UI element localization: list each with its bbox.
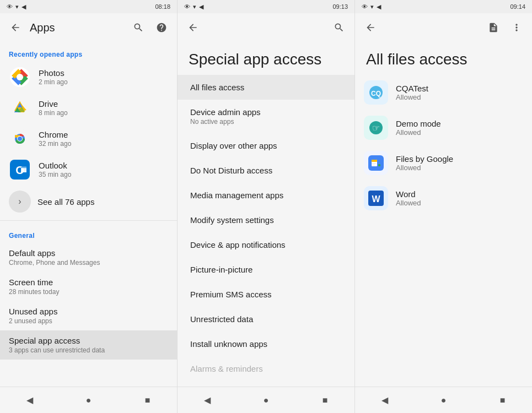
status-bar-2: 👁 ▾ ◀ 09:13 [178, 0, 354, 13]
access-install-unknown[interactable]: Install unknown apps [178, 332, 354, 356]
access-device-notifications[interactable]: Device & app notifications [178, 232, 354, 257]
more-button-3[interactable] [508, 19, 525, 36]
app-demo[interactable]: ☞ Demo mode Allowed [355, 110, 532, 145]
svg-point-1 [17, 74, 23, 80]
files-google-name: Files by Google [396, 154, 523, 164]
info-button-3[interactable] [485, 19, 502, 36]
access-title-0: All files access [190, 83, 343, 92]
status-time-1: 08:18 [155, 3, 170, 10]
word-status: Allowed [396, 199, 523, 207]
back-button-3[interactable] [362, 19, 379, 36]
default-apps-title: Default apps [9, 248, 168, 258]
access-title-9: Unrestricted data [190, 314, 343, 324]
app-name-photos: Photos [39, 68, 168, 78]
back-nav-2[interactable]: ◀ [196, 389, 218, 411]
svg-rect-26 [372, 163, 376, 164]
svg-rect-27 [372, 165, 375, 166]
home-nav-3[interactable]: ● [433, 389, 455, 411]
status-wifi-2: ▾ [193, 3, 196, 10]
app-time-photos: 2 min ago [39, 78, 168, 86]
home-nav-2[interactable]: ● [255, 389, 277, 411]
recents-nav-1[interactable]: ■ [137, 389, 159, 411]
access-display-over[interactable]: Display over other apps [178, 133, 354, 158]
app-word[interactable]: W Word Allowed [355, 181, 532, 216]
demo-icon: ☞ [364, 116, 388, 140]
access-title-7: Picture-in-picture [190, 265, 343, 274]
drive-icon [9, 97, 31, 119]
status-bar-3: 👁 ▾ ◀ 09:14 [355, 0, 532, 13]
access-title-1: Device admin apps [190, 107, 343, 117]
app-item-chrome[interactable]: Chrome 32 min ago [0, 123, 177, 154]
access-pip[interactable]: Picture-in-picture [178, 257, 354, 282]
status-wifi-icon: ◀ [22, 3, 26, 10]
nav-bar-2: ◀ ● ■ [178, 387, 354, 413]
app-name-drive: Drive [39, 99, 168, 108]
unused-apps-subtitle: 2 unused apps [9, 317, 168, 325]
demo-status: Allowed [396, 128, 523, 137]
app-item-photos[interactable]: Photos 2 min ago [0, 62, 177, 93]
app-item-drive[interactable]: Drive 8 min ago [0, 93, 177, 123]
app-item-outlook[interactable]: O Outlook 35 min ago [0, 154, 177, 185]
files-google-icon [364, 151, 388, 175]
svg-rect-17 [21, 167, 26, 168]
back-button-2[interactable] [184, 19, 202, 36]
access-alarms[interactable]: Alarms & reminders [178, 356, 354, 381]
status-time-2: 09:13 [332, 3, 348, 10]
screen-time-title: Screen time [9, 278, 168, 287]
app-files-google[interactable]: Files by Google Allowed [355, 145, 532, 181]
access-title-10: Install unknown apps [190, 339, 343, 349]
status-time-3: 09:14 [510, 3, 525, 10]
access-premium-sms[interactable]: Premium SMS access [178, 282, 354, 307]
status-signal-icon: ▾ [15, 3, 19, 10]
recents-nav-2[interactable]: ■ [314, 389, 336, 411]
panel3-scroll: CQ CQATest Allowed ☞ Demo mode Allowed [355, 75, 532, 387]
access-modify-system[interactable]: Modify system settings [178, 208, 354, 232]
all-files-title: All files access [355, 42, 532, 75]
app-cqa[interactable]: CQ CQATest Allowed [355, 75, 532, 110]
back-button-1[interactable] [7, 19, 24, 36]
access-title-3: Do Not Disturb access [190, 166, 343, 175]
see-all-apps[interactable]: › See all 76 apps [0, 185, 177, 218]
svg-text:☞: ☞ [372, 123, 380, 133]
search-button-2[interactable] [330, 19, 348, 36]
general-label: General [0, 223, 177, 243]
panel-all-files-access: 👁 ▾ ◀ 09:14 All files access CQ [355, 0, 532, 413]
access-dnd[interactable]: Do Not Disturb access [178, 158, 354, 183]
svg-rect-24 [372, 160, 377, 162]
nav-bar-3: ◀ ● ■ [355, 387, 532, 413]
see-all-label: See all 76 apps [37, 197, 94, 206]
home-nav-1[interactable]: ● [78, 389, 100, 411]
access-sub-1: No active apps [190, 118, 343, 126]
toolbar-3 [355, 13, 532, 42]
recents-nav-3[interactable]: ■ [492, 389, 514, 411]
demo-name: Demo mode [396, 119, 523, 128]
page-title-1: Apps [30, 21, 124, 34]
access-device-admin[interactable]: Device admin apps No active apps [178, 100, 354, 133]
special-app-access-item[interactable]: Special app access 3 apps can use unrest… [0, 330, 177, 360]
svg-rect-25 [378, 164, 380, 166]
cqa-name: CQATest [396, 84, 523, 93]
app-time-drive: 8 min ago [39, 109, 168, 117]
help-button-1[interactable] [153, 19, 170, 36]
default-apps-item[interactable]: Default apps Chrome, Phone and Messages [0, 243, 177, 272]
access-media[interactable]: Media management apps [178, 183, 354, 208]
svg-text:W: W [372, 194, 380, 204]
app-name-outlook: Outlook [39, 161, 168, 170]
outlook-icon: O [9, 159, 31, 181]
status-signal-2: ◀ [199, 3, 203, 10]
toolbar-1: Apps [0, 13, 177, 42]
unused-apps-item[interactable]: Unused apps 2 unused apps [0, 301, 177, 330]
photos-icon [9, 66, 31, 88]
access-unrestricted-data[interactable]: Unrestricted data [178, 307, 354, 332]
word-name: Word [396, 189, 523, 199]
status-wifi-3: ▾ [370, 3, 374, 10]
back-nav-1[interactable]: ◀ [19, 389, 41, 411]
recently-opened-label: Recently opened apps [0, 42, 177, 62]
word-icon: W [364, 186, 388, 210]
access-title-6: Device & app notifications [190, 240, 343, 249]
back-nav-3[interactable]: ◀ [374, 389, 396, 411]
search-button-1[interactable] [130, 19, 147, 36]
screen-time-item[interactable]: Screen time 28 minutes today [0, 272, 177, 301]
access-all-files[interactable]: All files access [178, 75, 354, 100]
files-google-status: Allowed [396, 164, 523, 172]
